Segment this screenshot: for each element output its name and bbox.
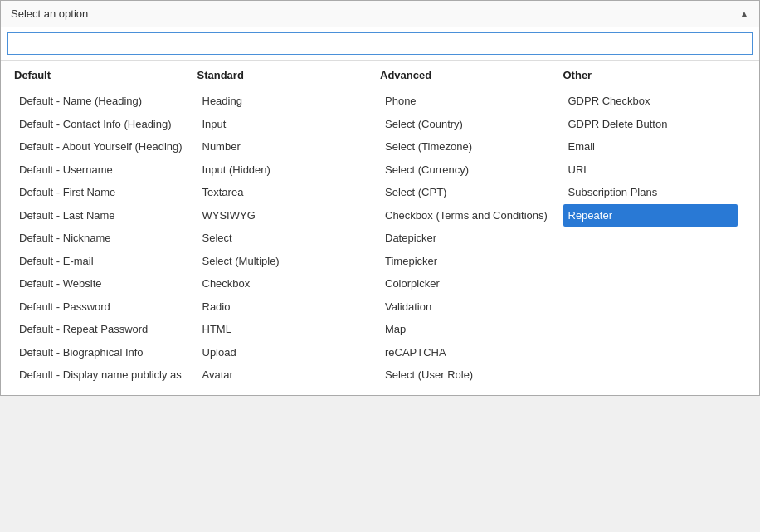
- list-item[interactable]: Default - Username: [14, 159, 189, 182]
- list-item[interactable]: Input: [197, 113, 373, 136]
- column-standard: StandardHeadingInputNumberInput (Hidden)…: [197, 69, 381, 387]
- column-header-standard: Standard: [197, 69, 373, 83]
- list-item[interactable]: Input (Hidden): [197, 159, 373, 182]
- list-item[interactable]: Select (User Role): [380, 364, 555, 387]
- list-item[interactable]: Default - Website: [14, 272, 189, 295]
- list-item[interactable]: Default - First Name: [14, 181, 189, 204]
- list-item[interactable]: GDPR Checkbox: [563, 90, 738, 113]
- column-other: OtherGDPR CheckboxGDPR Delete ButtonEmai…: [563, 69, 747, 387]
- list-item[interactable]: Select (Timezone): [380, 135, 555, 159]
- list-item[interactable]: Number: [197, 135, 373, 159]
- list-item[interactable]: GDPR Delete Button: [563, 113, 738, 136]
- column-default: DefaultDefault - Name (Heading)Default -…: [14, 69, 197, 387]
- list-item[interactable]: HTML: [197, 318, 373, 341]
- search-box: [1, 27, 759, 61]
- list-item[interactable]: Default - Name (Heading): [14, 90, 189, 113]
- list-item[interactable]: Select (Multiple): [197, 250, 373, 273]
- column-header-advanced: Advanced: [380, 69, 555, 83]
- dropdown-header-label: Select an option: [11, 7, 88, 20]
- list-item[interactable]: Default - Last Name: [14, 204, 189, 227]
- list-item[interactable]: Default - Display name publicly as: [14, 364, 189, 387]
- list-item[interactable]: Default - E-mail: [14, 250, 189, 273]
- list-item[interactable]: Checkbox (Terms and Conditions): [380, 204, 555, 227]
- list-item[interactable]: Select: [197, 227, 373, 250]
- list-item[interactable]: Upload: [197, 341, 373, 364]
- dropdown-header[interactable]: Select an option ▲: [1, 1, 759, 27]
- list-item[interactable]: WYSIWYG: [197, 204, 373, 227]
- dropdown-container: Select an option ▲ DefaultDefault - Name…: [0, 0, 760, 396]
- dropdown-arrow-icon: ▲: [739, 8, 749, 20]
- list-item[interactable]: Subscription Plans: [563, 181, 738, 204]
- list-item[interactable]: Textarea: [197, 181, 373, 204]
- list-item[interactable]: Heading: [197, 90, 373, 113]
- search-input[interactable]: [7, 32, 753, 55]
- list-item[interactable]: Avatar: [197, 364, 373, 387]
- columns-wrapper: DefaultDefault - Name (Heading)Default -…: [1, 61, 759, 395]
- column-header-other: Other: [563, 69, 738, 83]
- list-item[interactable]: Email: [563, 135, 738, 159]
- column-advanced: AdvancedPhoneSelect (Country)Select (Tim…: [380, 69, 563, 387]
- list-item[interactable]: Default - Password: [14, 295, 189, 319]
- list-item[interactable]: reCAPTCHA: [380, 341, 555, 364]
- list-item[interactable]: Default - Repeat Password: [14, 318, 189, 341]
- list-item[interactable]: Timepicker: [380, 250, 555, 273]
- list-item[interactable]: Default - Contact Info (Heading): [14, 113, 189, 136]
- list-item[interactable]: Validation: [380, 295, 555, 319]
- list-item[interactable]: Datepicker: [380, 227, 555, 250]
- list-item[interactable]: Select (CPT): [380, 181, 555, 204]
- list-item[interactable]: Radio: [197, 295, 373, 319]
- column-header-default: Default: [14, 69, 189, 83]
- list-item[interactable]: Repeater: [563, 204, 738, 227]
- list-item[interactable]: URL: [563, 159, 738, 182]
- list-item[interactable]: Checkbox: [197, 272, 373, 295]
- list-item[interactable]: Colorpicker: [380, 272, 555, 295]
- list-item[interactable]: Default - Nickname: [14, 227, 189, 250]
- list-item[interactable]: Select (Currency): [380, 159, 555, 182]
- list-item[interactable]: Phone: [380, 90, 555, 113]
- list-item[interactable]: Default - About Yourself (Heading): [14, 135, 189, 159]
- list-item[interactable]: Map: [380, 318, 555, 341]
- list-item[interactable]: Select (Country): [380, 113, 555, 136]
- list-item[interactable]: Default - Biographical Info: [14, 341, 189, 364]
